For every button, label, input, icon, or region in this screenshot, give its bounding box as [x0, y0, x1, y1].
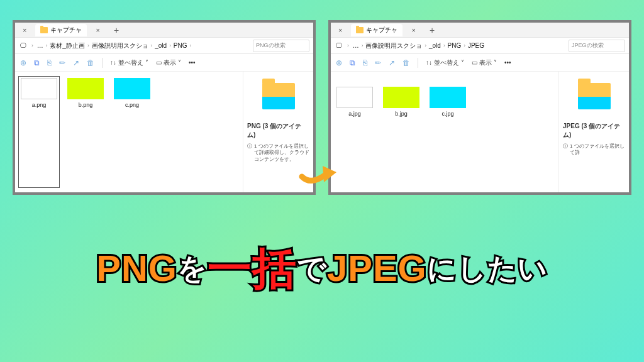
file-name: c.png — [125, 102, 139, 108]
view-button[interactable]: ▭ 表示 ˅ — [156, 58, 181, 67]
search-input[interactable]: PNGの検索 — [253, 40, 309, 52]
tab-bar: × キャプチャ × + — [331, 23, 629, 38]
tab-bar: × キャプチャ × + — [15, 23, 313, 38]
share-icon[interactable]: ↗ — [73, 58, 79, 67]
file-name: a.png — [32, 102, 47, 108]
file-thumbnail — [114, 78, 150, 99]
copy-icon[interactable]: ⧉ — [34, 58, 40, 67]
panel-description: ⓘ 1 つのファイルを選択して詳 — [563, 143, 625, 156]
sort-button[interactable]: ↑↓ 並べ替え ˅ — [426, 58, 464, 67]
breadcrumb-path[interactable]: …› 画像説明用スクショ› _old› PNG› JPEG — [353, 41, 565, 50]
headline-part-png: PNG — [96, 250, 177, 287]
file-item[interactable]: c.png — [113, 78, 151, 186]
files-pane[interactable]: a.jpg b.jpg c.jpg — [331, 72, 558, 192]
breadcrumb-path[interactable]: …› 素材_静止画› 画像説明用スクショ› _old› PNG› — [37, 41, 249, 50]
breadcrumb-bar: 🖵 › …› 素材_静止画› 画像説明用スクショ› _old› PNG› PNG… — [15, 38, 313, 54]
new-icon[interactable]: ⊕ — [336, 58, 342, 67]
file-name: b.jpg — [395, 111, 408, 117]
delete-icon[interactable]: 🗑 — [87, 58, 94, 67]
tab-close-icon[interactable]: × — [408, 26, 419, 34]
headline-part: を — [177, 254, 208, 283]
copy-icon[interactable]: ⧉ — [350, 58, 355, 67]
file-thumbnail — [383, 87, 419, 108]
new-tab-button[interactable]: + — [109, 25, 124, 35]
file-item[interactable]: b.jpg — [382, 87, 420, 186]
file-item[interactable]: a.png — [20, 78, 58, 186]
chevron-right-icon: › — [347, 43, 349, 48]
tab-active[interactable]: キャプチャ — [35, 24, 87, 36]
explorer-window-left: × キャプチャ × + 🖵 › …› 素材_静止画› 画像説明用スクショ› _o… — [13, 20, 316, 195]
toolbar: ⊕ ⧉ ⎘ ✏ ↗ 🗑 ↑↓ 並べ替え ˅ ▭ 表示 ˅ ••• — [331, 54, 629, 72]
file-name: a.jpg — [348, 111, 361, 117]
chevron-right-icon: › — [31, 43, 33, 48]
tab-title: キャプチャ — [50, 26, 82, 35]
file-thumbnail — [67, 78, 104, 99]
delete-icon[interactable]: 🗑 — [402, 58, 410, 67]
folder-large-icon — [578, 83, 611, 109]
file-thumbnail — [336, 87, 373, 108]
toolbar: ⊕ ⧉ ⎘ ✏ ↗ 🗑 ↑↓ 並べ替え ˅ ▭ 表示 ˅ ••• — [15, 54, 313, 72]
rename-icon[interactable]: ✏ — [59, 58, 65, 67]
files-pane[interactable]: a.png b.png c.png — [15, 72, 243, 192]
paste-icon[interactable]: ⎘ — [47, 58, 52, 67]
folder-icon — [40, 27, 48, 33]
tab-title: キャプチャ — [366, 26, 397, 35]
more-button[interactable]: ••• — [189, 59, 196, 66]
headline-part-jpeg: JPEG — [327, 250, 427, 287]
tab-active[interactable]: キャプチャ — [351, 24, 402, 36]
search-input[interactable]: JPEGの検索 — [569, 40, 625, 52]
file-item[interactable]: b.png — [67, 78, 104, 186]
new-icon[interactable]: ⊕ — [20, 58, 26, 67]
view-button[interactable]: ▭ 表示 ˅ — [472, 58, 497, 67]
headline: PNGを一括でJPEGにしたい — [0, 245, 644, 290]
arrow-icon — [299, 155, 343, 186]
monitor-icon[interactable]: 🖵 — [19, 42, 28, 49]
file-thumbnail — [21, 78, 57, 99]
file-thumbnail — [430, 87, 466, 108]
explorer-window-right: × キャプチャ × + 🖵 › …› 画像説明用スクショ› _old› PNG›… — [328, 20, 631, 195]
headline-part-batch: 一括 — [208, 246, 297, 290]
paste-icon[interactable]: ⎘ — [363, 58, 367, 67]
file-name: b.png — [79, 102, 93, 108]
panel-title: JPEG (3 個のアイテム) — [563, 122, 625, 140]
headline-part: にしたい — [427, 254, 548, 283]
file-item[interactable]: c.jpg — [429, 87, 467, 186]
share-icon[interactable]: ↗ — [389, 58, 395, 67]
breadcrumb-bar: 🖵 › …› 画像説明用スクショ› _old› PNG› JPEG JPEGの検… — [331, 38, 629, 54]
more-button[interactable]: ••• — [504, 59, 511, 66]
close-icon[interactable]: × — [335, 26, 346, 34]
info-icon: ⓘ — [563, 143, 568, 156]
rename-icon[interactable]: ✏ — [375, 58, 381, 67]
tab-close-icon[interactable]: × — [92, 26, 103, 34]
info-icon: ⓘ — [247, 143, 252, 163]
headline-part: で — [297, 254, 327, 283]
panel-title: PNG (3 個のアイテム) — [247, 122, 309, 140]
monitor-icon[interactable]: 🖵 — [335, 42, 343, 49]
folder-large-icon — [262, 83, 295, 109]
sort-button[interactable]: ↑↓ 並べ替え ˅ — [110, 58, 148, 67]
details-panel: JPEG (3 個のアイテム) ⓘ 1 つのファイルを選択して詳 — [558, 72, 629, 192]
close-icon[interactable]: × — [19, 26, 30, 34]
new-tab-button[interactable]: + — [425, 25, 440, 35]
file-name: c.jpg — [441, 111, 453, 117]
folder-icon — [356, 27, 364, 33]
